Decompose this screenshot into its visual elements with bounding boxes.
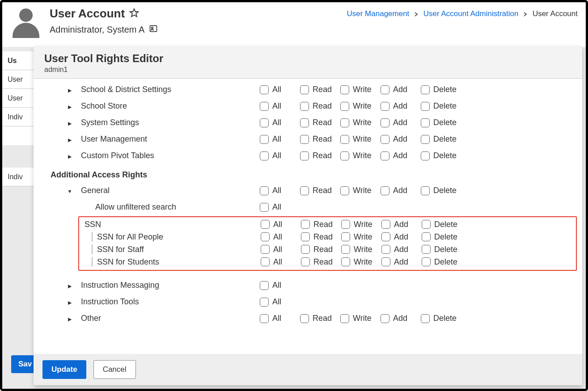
perm-all: All xyxy=(260,85,300,94)
checkbox-delete[interactable] xyxy=(422,220,431,229)
perm-read: Read xyxy=(300,118,340,127)
checkbox-write[interactable] xyxy=(341,245,350,254)
checkbox-delete[interactable] xyxy=(421,314,430,323)
checkbox-read[interactable] xyxy=(300,102,309,111)
perm-columns: AllReadWriteAddDelete xyxy=(260,118,461,127)
perm-delete: Delete xyxy=(421,101,461,111)
perm-write: Write xyxy=(340,314,381,323)
checkbox-all[interactable] xyxy=(260,118,269,127)
checkbox-add[interactable] xyxy=(381,85,389,94)
expand-toggle[interactable] xyxy=(67,118,73,127)
expand-toggle[interactable] xyxy=(67,85,73,94)
bg-tab[interactable]: Indiv xyxy=(2,168,34,186)
checkbox-delete[interactable] xyxy=(421,102,430,111)
bg-tab[interactable]: User xyxy=(2,89,34,108)
perm-write: Write xyxy=(340,186,381,195)
perm-delete: Delete xyxy=(421,151,461,160)
title-block: User Account Administrator, System A xyxy=(50,7,347,35)
checkbox-delete[interactable] xyxy=(422,245,431,254)
checkbox-all[interactable] xyxy=(260,314,269,323)
checkbox-read[interactable] xyxy=(301,220,310,229)
checkbox-add[interactable] xyxy=(381,314,389,323)
checkbox-read[interactable] xyxy=(300,118,309,127)
checkbox-delete[interactable] xyxy=(421,135,430,144)
checkbox-all[interactable] xyxy=(260,151,269,160)
editor-body[interactable]: Scheduling & CoursesAllReadWriteAddDelet… xyxy=(34,79,582,354)
perm-write: Write xyxy=(340,151,381,160)
perm-label-all: All xyxy=(273,220,282,229)
checkbox-read[interactable] xyxy=(301,245,310,254)
checkbox-all[interactable] xyxy=(261,220,270,229)
breadcrumb-link-user-management[interactable]: User Management xyxy=(347,9,410,18)
checkbox-all[interactable] xyxy=(260,85,269,94)
checkbox-all[interactable] xyxy=(261,232,270,241)
checkbox-all[interactable] xyxy=(260,135,269,144)
checkbox-delete[interactable] xyxy=(422,232,431,241)
checkbox-write[interactable] xyxy=(340,186,349,195)
checkbox-all[interactable] xyxy=(260,281,269,290)
checkbox-all[interactable] xyxy=(260,102,269,111)
checkbox-add[interactable] xyxy=(381,186,389,195)
expand-toggle[interactable] xyxy=(67,151,73,160)
checkbox-write[interactable] xyxy=(341,220,350,229)
expand-toggle[interactable] xyxy=(67,135,73,144)
checkbox-read[interactable] xyxy=(300,135,309,144)
id-card-icon[interactable] xyxy=(144,24,158,35)
expand-toggle[interactable] xyxy=(67,314,73,323)
page-header: User Account Administrator, System A Use… xyxy=(2,2,586,47)
checkbox-write[interactable] xyxy=(340,151,349,160)
checkbox-all[interactable] xyxy=(261,245,270,254)
checkbox-write[interactable] xyxy=(340,118,349,127)
perm-label-all: All xyxy=(272,118,281,127)
checkbox-read[interactable] xyxy=(300,151,309,160)
checkbox-read[interactable] xyxy=(301,257,310,266)
checkbox-add[interactable] xyxy=(381,232,390,241)
checkbox-write[interactable] xyxy=(340,85,349,94)
cancel-button[interactable]: Cancel xyxy=(93,360,136,379)
checkbox-delete[interactable] xyxy=(421,118,430,127)
checkbox-delete[interactable] xyxy=(422,257,431,266)
bg-tab[interactable]: User xyxy=(2,70,34,89)
checkbox-write[interactable] xyxy=(340,135,349,144)
checkbox-write[interactable] xyxy=(340,102,349,111)
checkbox-read[interactable] xyxy=(300,85,309,94)
expand-toggle[interactable] xyxy=(67,186,73,195)
perm-columns: AllReadWriteAddDelete xyxy=(260,101,461,111)
checkbox-all[interactable] xyxy=(260,203,269,212)
checkbox-add[interactable] xyxy=(381,135,389,144)
checkbox-read[interactable] xyxy=(300,186,309,195)
bg-tab[interactable]: Indiv xyxy=(2,108,34,126)
rights-row-label: SSN xyxy=(85,220,101,229)
rights-row-label: Custom Pivot Tables xyxy=(81,151,154,160)
checkbox-add[interactable] xyxy=(381,102,389,111)
checkbox-add[interactable] xyxy=(381,245,390,254)
perm-label-delete: Delete xyxy=(434,257,457,267)
expand-toggle[interactable] xyxy=(67,281,73,290)
checkbox-write[interactable] xyxy=(340,314,349,323)
checkbox-read[interactable] xyxy=(301,232,310,241)
checkbox-add[interactable] xyxy=(381,220,390,229)
checkbox-read[interactable] xyxy=(300,314,309,323)
checkbox-all[interactable] xyxy=(260,186,269,195)
expand-toggle[interactable] xyxy=(67,101,73,111)
checkbox-add[interactable] xyxy=(381,118,389,127)
perm-label-read: Read xyxy=(313,257,333,267)
breadcrumb-link-user-account-admin[interactable]: User Account Administration xyxy=(423,9,519,18)
update-button[interactable]: Update xyxy=(42,360,86,379)
checkbox-delete[interactable] xyxy=(421,186,430,195)
checkbox-delete[interactable] xyxy=(421,151,430,160)
perm-write: Write xyxy=(341,245,381,254)
ssn-highlight-box: SSNAllReadWriteAddDeleteSSN for All Peop… xyxy=(78,216,577,271)
expand-toggle[interactable] xyxy=(67,297,73,307)
checkbox-write[interactable] xyxy=(341,232,350,241)
checkbox-add[interactable] xyxy=(381,151,389,160)
bg-tab[interactable]: Us xyxy=(2,51,34,70)
rights-row: GeneralAllReadWriteAddDelete xyxy=(34,182,582,199)
star-icon[interactable] xyxy=(125,8,139,20)
checkbox-add[interactable] xyxy=(381,257,390,266)
checkbox-delete[interactable] xyxy=(421,85,430,94)
perm-write: Write xyxy=(340,118,381,127)
checkbox-write[interactable] xyxy=(341,257,350,266)
checkbox-all[interactable] xyxy=(261,257,270,266)
checkbox-all[interactable] xyxy=(260,298,269,307)
